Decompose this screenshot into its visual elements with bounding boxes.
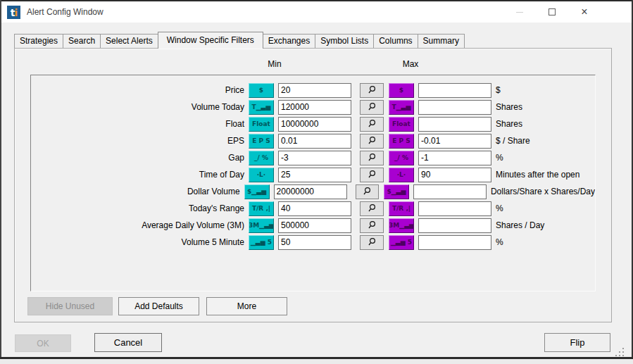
search-icon [362, 187, 372, 196]
max-filter-icon-button[interactable]: E P S [389, 134, 414, 149]
min-filter-icon-button[interactable]: _/ % [249, 151, 274, 165]
logo-letter-i: i [14, 7, 17, 18]
filter-glyph-icon: ▁▃▅ 5 [251, 239, 272, 246]
max-filter-icon-button[interactable]: ·L· [389, 168, 414, 182]
max-filter-icon-button[interactable]: ▁▃▅ 5 [389, 235, 414, 250]
filter-label: Average Daily Volume (3M) [31, 220, 244, 230]
filter-label: Gap [31, 153, 244, 163]
max-filter-icon-button[interactable]: T/R ‚| [389, 201, 414, 216]
search-icon [367, 119, 377, 129]
max-value-input[interactable] [418, 218, 491, 233]
min-filter-icon-button[interactable]: 3M▁▃▅ [249, 218, 274, 233]
cancel-button[interactable]: Cancel [94, 333, 162, 352]
filter-row-volume-5-minute: Volume 5 Minute ▁▃▅ 5 ▁▃▅ 5 % [31, 234, 595, 251]
max-value-input[interactable] [418, 117, 491, 132]
close-button[interactable]: × [568, 1, 601, 23]
tab-search[interactable]: Search [63, 34, 101, 49]
max-value-input[interactable] [418, 235, 491, 250]
filter-rows: Price $ $ $ Volume Today T▁▃▅ T▁▃▅ Share… [31, 75, 595, 291]
search-button[interactable] [360, 134, 384, 149]
tab-window-specific-filters[interactable]: Window Specific Filters [158, 32, 263, 49]
min-filter-icon-button[interactable]: $▁▃▅ [244, 184, 270, 199]
max-filter-icon-button[interactable]: 3M▁▃▅ [389, 218, 414, 233]
filter-glyph-icon: E P S [392, 137, 410, 144]
filter-label: Float [31, 119, 244, 129]
max-filter-icon-button[interactable]: $ [389, 83, 414, 98]
alert-config-window: ti Alert Config Window × StrategiesSearc… [0, 0, 633, 359]
flip-button[interactable]: Flip [544, 333, 610, 352]
filter-label: Today's Range [31, 203, 244, 213]
min-value-input[interactable] [278, 151, 351, 165]
search-button[interactable] [360, 235, 384, 250]
maximize-button[interactable] [536, 1, 568, 23]
hide-unused-button[interactable]: Hide Unused [27, 297, 113, 315]
min-value-input[interactable] [278, 100, 351, 115]
ok-button[interactable]: OK [15, 334, 71, 352]
filter-glyph-icon: _/ % [394, 154, 408, 161]
min-value-input[interactable] [278, 117, 351, 132]
max-value-input[interactable] [418, 168, 491, 182]
filter-glyph-icon: T/R ‚| [252, 205, 270, 212]
search-button[interactable] [360, 168, 384, 182]
tab-label: Window Specific Filters [167, 35, 254, 45]
min-filter-icon-button[interactable]: ▁▃▅ 5 [249, 235, 274, 250]
add-defaults-button[interactable]: Add Defaults [118, 297, 199, 315]
min-value-input[interactable] [278, 83, 351, 98]
window-border-top [0, 0, 633, 1]
search-button[interactable] [360, 83, 384, 98]
max-value-input[interactable] [418, 100, 491, 115]
tab-symbol-lists[interactable]: Symbol Lists [315, 34, 374, 49]
filter-glyph-icon: ·L· [257, 171, 266, 178]
max-value-input[interactable] [413, 184, 487, 199]
min-value-input[interactable] [278, 235, 351, 250]
window-title: Alert Config Window [27, 7, 104, 17]
search-icon [367, 153, 377, 163]
max-value-input[interactable] [418, 83, 491, 98]
tab-exchanges[interactable]: Exchanges [263, 34, 315, 49]
max-filter-icon-button[interactable]: T▁▃▅ [389, 100, 414, 115]
min-filter-icon-button[interactable]: T/R ‚| [249, 201, 274, 216]
max-value-input[interactable] [418, 134, 491, 149]
unit-label: % [496, 237, 503, 247]
tab-strategies[interactable]: Strategies [14, 34, 63, 49]
search-button[interactable] [360, 151, 384, 165]
min-value-input[interactable] [278, 168, 351, 182]
tab-summary[interactable]: Summary [418, 34, 465, 49]
min-filter-icon-button[interactable]: Float [249, 117, 274, 132]
min-value-input[interactable] [278, 134, 351, 149]
max-filter-icon-button[interactable]: $▁▃▅ [384, 184, 409, 199]
filter-glyph-icon: $ [259, 87, 263, 94]
screen: ti Alert Config Window × StrategiesSearc… [0, 0, 633, 364]
filter-glyph-icon: E P S [252, 137, 270, 144]
unit-label: $ / Share [496, 136, 530, 146]
filter-glyph-icon: Float [252, 120, 270, 127]
filter-glyph-icon: $▁▃▅ [247, 188, 266, 195]
min-value-input[interactable] [278, 201, 351, 216]
search-icon [367, 203, 377, 213]
tab-label: Columns [379, 36, 412, 46]
max-value-input[interactable] [418, 201, 491, 216]
resize-grip[interactable] [615, 348, 625, 358]
min-filter-icon-button[interactable]: ·L· [249, 168, 274, 182]
min-filter-icon-button[interactable]: T▁▃▅ [249, 100, 274, 115]
filter-row-dollar-volume: Dollar Volume $▁▃▅ $▁▃▅ Dollars/Share x … [31, 183, 595, 200]
search-button[interactable] [356, 184, 379, 199]
minimize-button[interactable] [503, 1, 536, 23]
min-value-input[interactable] [274, 184, 347, 199]
window-border-bottom [0, 357, 633, 359]
max-value-input[interactable] [418, 151, 491, 165]
filter-glyph-icon: ▁▃▅ 5 [391, 239, 412, 246]
more-button[interactable]: More [206, 297, 287, 315]
search-icon [367, 170, 377, 180]
max-filter-icon-button[interactable]: Float [389, 117, 414, 132]
search-button[interactable] [360, 100, 384, 115]
min-value-input[interactable] [278, 218, 351, 233]
search-button[interactable] [360, 117, 384, 132]
min-filter-icon-button[interactable]: E P S [249, 134, 274, 149]
search-button[interactable] [360, 201, 384, 216]
tab-columns[interactable]: Columns [373, 34, 418, 49]
min-filter-icon-button[interactable]: $ [249, 83, 274, 98]
max-filter-icon-button[interactable]: _/ % [389, 151, 414, 165]
tab-select-alerts[interactable]: Select Alerts [100, 34, 158, 49]
search-button[interactable] [360, 218, 384, 233]
